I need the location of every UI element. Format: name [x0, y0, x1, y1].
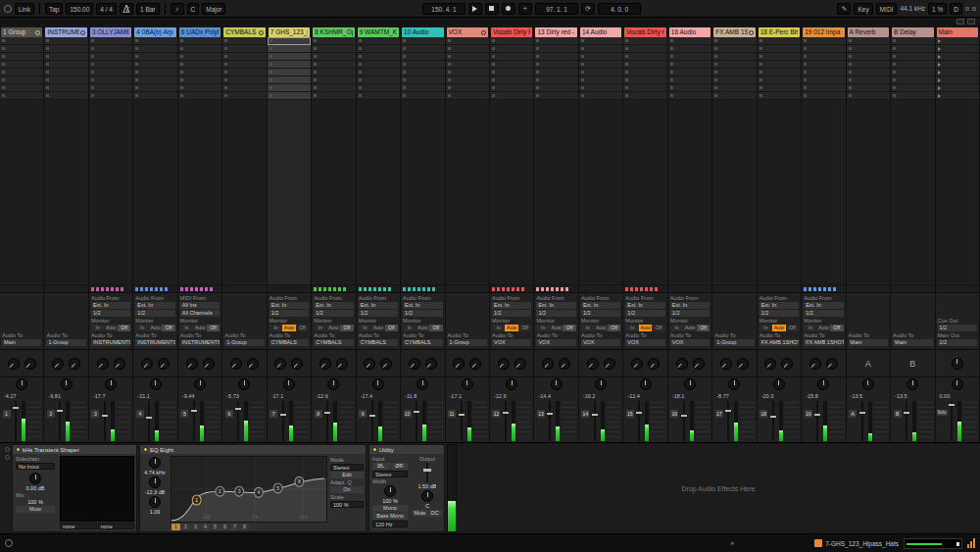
clip-slot[interactable] [401, 92, 444, 100]
send-b-knob[interactable] [291, 358, 303, 370]
monitor-switch[interactable]: InAutoOff [403, 325, 442, 331]
track-activator[interactable]: 14 [581, 410, 589, 418]
chain-in-icon[interactable] [5, 447, 10, 452]
input-channel-chooser[interactable]: 1/2 [359, 310, 398, 317]
send-b-knob[interactable] [425, 358, 437, 370]
send-a-knob[interactable] [319, 358, 331, 370]
send-b-knob[interactable] [203, 358, 215, 370]
clip-slot[interactable] [446, 69, 489, 76]
clip-slot[interactable] [44, 84, 87, 92]
eq-band-button[interactable]: 6 [220, 524, 229, 530]
send-b-knob[interactable] [737, 358, 749, 370]
input-type-chooser[interactable]: Ext. In [670, 302, 710, 309]
dc-filter-button[interactable]: DC [428, 510, 443, 517]
clip-slot[interactable] [847, 45, 890, 53]
input-type-chooser[interactable]: Ext. In [581, 302, 620, 309]
send-a-knob[interactable] [720, 358, 732, 370]
clip-slot[interactable] [891, 61, 934, 69]
clip-slot[interactable] [222, 53, 266, 61]
clip-slot[interactable] [268, 69, 311, 76]
clip-slot[interactable] [222, 37, 266, 45]
clip-slot[interactable] [623, 45, 666, 53]
clip-slot[interactable] [802, 45, 845, 53]
clip-slot[interactable] [401, 76, 444, 84]
volume-fader[interactable] [680, 414, 688, 418]
track-header[interactable]: Vocals Dirty Red - [491, 27, 532, 37]
pan-knob[interactable] [551, 378, 563, 390]
eq-response-graph[interactable]: 1 2 3 4 5 8 100 1 k 10 k [171, 456, 327, 523]
volume-fader[interactable] [413, 410, 420, 414]
track-header[interactable]: 8 KSHMR_Open [313, 27, 354, 37]
clip-slot[interactable] [178, 37, 221, 45]
loop-icon[interactable]: ⟳ [581, 3, 595, 15]
clip-slot[interactable] [712, 76, 756, 84]
send-b-knob[interactable] [247, 358, 259, 370]
clip-slot[interactable] [89, 76, 132, 84]
track-header[interactable]: 3 OLLYJAMES-RR- [90, 27, 131, 37]
midi-map-button[interactable]: MIDI [876, 3, 898, 15]
clip-slot[interactable] [0, 45, 43, 53]
output-type-chooser[interactable]: Main [849, 339, 888, 346]
scene-launch-icon[interactable] [938, 86, 941, 90]
clip-slot[interactable] [623, 84, 666, 92]
output-type-chooser[interactable]: INSTRUMENTS [91, 339, 130, 346]
volume-fader[interactable] [190, 409, 198, 413]
clip-slot[interactable] [847, 84, 890, 92]
input-channel-chooser[interactable]: 1/2 [760, 310, 799, 317]
send-b-knob[interactable] [24, 358, 36, 370]
clip-slot[interactable] [668, 61, 711, 69]
input-channel-chooser[interactable]: All Channels [180, 310, 220, 317]
clip-slot[interactable] [178, 76, 221, 84]
pan-knob[interactable] [194, 378, 206, 390]
input-channel-chooser[interactable]: 1/2 [91, 310, 130, 317]
clip-slot[interactable] [268, 37, 311, 45]
clip-slot[interactable] [89, 61, 132, 69]
input-type-chooser[interactable]: Ext. In [804, 302, 843, 309]
input-channel-chooser[interactable]: 1/2 [135, 310, 174, 317]
cue-out-chooser[interactable]: 1/2 [938, 325, 977, 331]
ts-gain-knob[interactable] [29, 473, 41, 484]
track-header[interactable]: A Reverb [848, 27, 889, 37]
send-b-knob[interactable] [158, 358, 170, 370]
clip-slot[interactable] [623, 61, 666, 69]
clip-slot[interactable] [712, 45, 756, 53]
clip-slot[interactable] [312, 76, 355, 84]
clip-slot[interactable] [623, 92, 666, 100]
volume-fader[interactable] [858, 411, 866, 415]
draw-mode-icon[interactable]: ✎ [837, 3, 851, 15]
time-signature-field[interactable]: 4 / 4 [96, 3, 117, 15]
volume-fader[interactable] [368, 414, 376, 418]
clip-slot[interactable] [89, 53, 132, 61]
output-type-chooser[interactable]: CYMBALS [359, 339, 398, 346]
send-b-knob[interactable] [114, 358, 125, 370]
device-drop-area[interactable]: Drop Audio Effects Here [459, 444, 978, 532]
send-b-knob[interactable] [648, 358, 660, 370]
send-b-knob[interactable] [604, 358, 615, 370]
send-b-knob[interactable] [380, 358, 392, 370]
clip-slot[interactable] [401, 61, 444, 69]
track-activator[interactable]: 16 [670, 410, 678, 418]
volume-fader[interactable] [724, 409, 732, 413]
clip-slot[interactable] [89, 84, 132, 92]
clip-slot[interactable] [668, 69, 711, 76]
phase-invert-right-button[interactable]: ØR [391, 463, 409, 470]
clip-slot[interactable] [579, 53, 622, 61]
output-type-chooser[interactable]: INSTRUMENTS [135, 339, 174, 346]
track-activator[interactable]: 5 [180, 410, 188, 418]
volume-fader[interactable] [323, 411, 331, 415]
clip-slot[interactable] [802, 53, 845, 61]
clip-slot[interactable] [490, 92, 533, 100]
clip-slot[interactable] [222, 45, 266, 53]
clip-slot[interactable] [446, 61, 489, 69]
clip-slot[interactable] [0, 37, 43, 45]
eq-q-knob[interactable] [149, 496, 161, 508]
eq-adaptq-toggle[interactable]: On [330, 486, 364, 493]
clip-slot[interactable] [0, 92, 43, 100]
track-header[interactable]: Main [937, 27, 978, 37]
track-header[interactable]: 14 Audio [580, 27, 621, 37]
input-channel-chooser[interactable]: 1/2 [270, 310, 309, 317]
arrangement-view-icon[interactable] [967, 19, 975, 25]
scene-launch-icon[interactable] [938, 94, 941, 98]
clip-slot[interactable] [133, 45, 176, 53]
utility-mute-button[interactable]: Mute [413, 510, 427, 517]
